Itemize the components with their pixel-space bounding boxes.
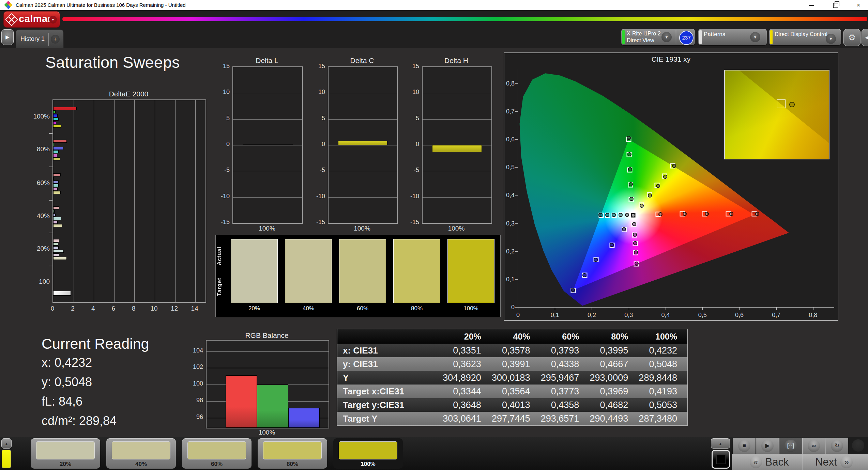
y-tick-label: 96 bbox=[187, 413, 203, 421]
swatch-40% bbox=[285, 239, 332, 303]
refresh-button[interactable]: ↻ bbox=[825, 438, 848, 454]
display-control-status-strip bbox=[770, 30, 773, 44]
y-tick-label: -5 bbox=[214, 167, 230, 174]
measured-red bbox=[705, 212, 709, 216]
measured-green bbox=[627, 136, 631, 140]
header-cell: 20% bbox=[442, 329, 491, 344]
table-row: y: CIE310,36230,39910,43380,46670,5048 bbox=[337, 357, 687, 371]
calman-app-icon bbox=[5, 1, 12, 9]
measured-blue bbox=[571, 288, 575, 292]
tab-history-1[interactable]: History 1 + bbox=[16, 30, 63, 48]
bar-0 bbox=[53, 239, 59, 242]
bar-4 bbox=[53, 154, 57, 157]
deltae-plot bbox=[52, 99, 206, 303]
gridline bbox=[233, 171, 302, 171]
y-tick-label: 0,7 bbox=[502, 108, 515, 115]
pattern-button-80%[interactable]: 80% bbox=[258, 438, 327, 469]
cell: 0,4193 bbox=[638, 385, 687, 398]
deltae-chart-title: DeltaE 2000 bbox=[52, 90, 205, 98]
x-tick bbox=[702, 307, 703, 310]
actual-target-swatch-panel: Actual Target 20%40%60%80%100% bbox=[215, 235, 501, 317]
bar-white bbox=[53, 291, 71, 296]
transport-up-button[interactable]: ▲ bbox=[711, 438, 730, 449]
y-tick-label: 0,1 bbox=[502, 276, 515, 283]
gridline bbox=[195, 100, 196, 302]
measured-cyan bbox=[625, 213, 629, 217]
gridline bbox=[423, 171, 491, 171]
restore-button[interactable] bbox=[826, 0, 845, 10]
back-button[interactable]: «Back bbox=[732, 454, 803, 470]
measured-red bbox=[683, 212, 687, 216]
table-row: x: CIE310,33510,35780,37930,39950,4232 bbox=[337, 344, 687, 357]
pattern-window-button[interactable]: [··] bbox=[779, 438, 802, 454]
pattern-swatch bbox=[112, 441, 170, 459]
cell: 293,6571 bbox=[540, 412, 590, 425]
next-label: Next bbox=[815, 456, 837, 468]
play-icon: ▶ bbox=[761, 440, 774, 452]
bar-0 bbox=[53, 206, 59, 209]
pattern-window-indicator[interactable] bbox=[712, 450, 730, 469]
rgb-ylabels: 1041021009896 bbox=[184, 340, 206, 427]
loop-button[interactable]: ∞ bbox=[802, 438, 825, 454]
cell: 0,3995 bbox=[589, 344, 638, 357]
x-tick-label: 14 bbox=[191, 305, 198, 312]
x-tick bbox=[518, 307, 518, 310]
measured-yellow bbox=[656, 184, 660, 188]
y-tick-label: -15 bbox=[214, 219, 230, 226]
header-cell: 80% bbox=[589, 329, 638, 344]
cell: 0,3991 bbox=[491, 357, 540, 371]
y-tick bbox=[49, 200, 52, 201]
y-tick-label: 0,2 bbox=[502, 248, 515, 255]
delta-bar bbox=[243, 144, 292, 145]
settings-gear-button[interactable]: ⚙ bbox=[843, 29, 861, 46]
delta-h-title: Delta H bbox=[422, 57, 491, 65]
gridline bbox=[423, 93, 491, 93]
pattern-button-60%[interactable]: 60% bbox=[182, 438, 252, 469]
measured-cyan bbox=[598, 213, 603, 217]
pattern-label: 80% bbox=[258, 461, 327, 468]
x-tick-label: 0,5 bbox=[698, 312, 707, 319]
measured-magenta bbox=[632, 222, 636, 226]
pattern-button-20%[interactable]: 20% bbox=[31, 438, 100, 469]
calman-menu-button[interactable]: calman ▼ bbox=[3, 11, 60, 28]
y-tick-label: 104 bbox=[187, 347, 203, 354]
gridline bbox=[329, 171, 397, 171]
collapse-toolbar-button[interactable]: ◀ bbox=[862, 29, 868, 46]
x-tick-label: 0,8 bbox=[809, 312, 817, 319]
row-label: Target Y bbox=[337, 412, 442, 425]
play-button[interactable]: ▶ bbox=[756, 438, 779, 454]
swatch-label: 60% bbox=[339, 305, 386, 312]
add-tab-button[interactable]: + bbox=[51, 35, 60, 44]
delta_l-ylabels: 151050-5-10-15 bbox=[213, 66, 232, 222]
pattern-list-up-button[interactable]: ▲ bbox=[1, 438, 12, 449]
deltae-xlabels: 02468101214 bbox=[52, 304, 205, 312]
run-session-button[interactable]: ▶ bbox=[1, 29, 14, 45]
y-tick-label: 10 bbox=[403, 89, 419, 96]
cell: 0,3793 bbox=[540, 344, 590, 357]
display-control-dropdown[interactable]: Direct Display Control ▼ bbox=[769, 29, 841, 45]
y-tick bbox=[515, 279, 518, 280]
cell: 0,4667 bbox=[589, 357, 638, 371]
gridline bbox=[207, 351, 329, 352]
rgb-balance-title: RGB Balance bbox=[206, 331, 328, 340]
x-tick-label: 0 bbox=[51, 305, 55, 312]
close-button[interactable]: × bbox=[849, 0, 868, 10]
patterns-dropdown[interactable]: Patterns ▼ bbox=[698, 29, 767, 45]
cell: 0,3351 bbox=[442, 344, 491, 357]
logo-bar: calman ▼ bbox=[0, 10, 868, 28]
stop-button[interactable]: ■ bbox=[733, 438, 756, 454]
next-button[interactable]: Next» bbox=[803, 454, 868, 470]
bar-2 bbox=[53, 246, 59, 249]
x-tick bbox=[776, 307, 777, 310]
measured-magenta bbox=[634, 250, 638, 254]
cell: 0,3969 bbox=[589, 385, 638, 398]
pattern-button-100%[interactable]: 100% bbox=[333, 438, 403, 469]
y-tick-label: -10 bbox=[403, 193, 419, 200]
measured-yellow bbox=[640, 204, 644, 208]
meter-dropdown[interactable]: X-Rite i1Pro 2 Direct View ▼ 237 bbox=[621, 29, 695, 45]
pattern-button-40%[interactable]: 40% bbox=[106, 438, 176, 469]
bar-2 bbox=[53, 147, 63, 150]
bar-3 bbox=[53, 217, 61, 220]
minimize-button[interactable] bbox=[802, 0, 821, 10]
page-title: Saturation Sweeps bbox=[45, 53, 180, 72]
